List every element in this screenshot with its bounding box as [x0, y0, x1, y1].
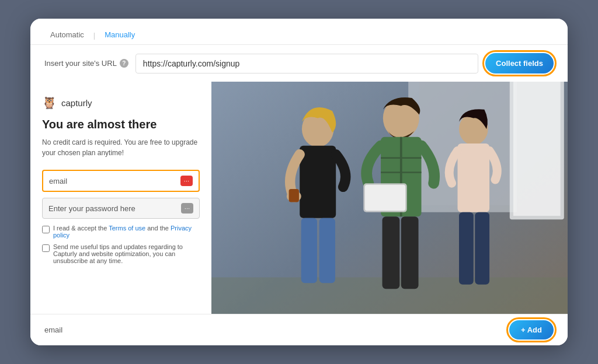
people-illustration: [206, 82, 568, 314]
terms-text: I read & accept the Terms of use and the…: [53, 225, 200, 239]
url-label: Insert your site's URL ?: [44, 59, 128, 68]
tab-divider: |: [93, 31, 95, 40]
bottom-bar: email + Add: [30, 314, 568, 345]
terms-checkbox-row: I read & accept the Terms of use and the…: [42, 225, 200, 239]
photo-area: [206, 82, 568, 314]
tab-automatic[interactable]: Automatic: [42, 26, 92, 45]
info-icon[interactable]: ?: [120, 59, 128, 68]
terms-checkbox[interactable]: [42, 226, 50, 233]
tab-manually[interactable]: Manually: [96, 26, 143, 45]
url-input[interactable]: [135, 54, 478, 74]
email-field-text: email: [49, 177, 176, 186]
newsletter-checkbox[interactable]: [42, 244, 50, 252]
signup-panel: 🦉 capturly You are almost there No credi…: [30, 82, 211, 314]
email-field-selected[interactable]: email ···: [42, 170, 200, 192]
add-button[interactable]: + Add: [509, 320, 554, 340]
signup-subtext: No credit card is required. You are free…: [42, 137, 200, 158]
url-row: Insert your site's URL ? Collect fields: [30, 45, 568, 82]
field-name-label: email: [44, 326, 62, 334]
password-field-text: Enter your password here: [48, 204, 176, 213]
svg-rect-18: [401, 216, 419, 289]
terms-of-use-link[interactable]: Terms of use: [109, 225, 147, 232]
svg-rect-8: [301, 218, 317, 284]
svg-rect-7: [289, 189, 299, 202]
signup-heading: You are almost there: [42, 118, 200, 131]
password-field-options-button[interactable]: ···: [181, 203, 193, 214]
svg-rect-22: [475, 212, 489, 285]
preview-area: 🦉 capturly You are almost there No credi…: [30, 82, 568, 314]
svg-rect-24: [513, 82, 561, 216]
capturly-logo-text: capturly: [61, 98, 92, 108]
tabs-row: Automatic | Manually: [30, 19, 568, 45]
email-field-options-button[interactable]: ···: [180, 176, 193, 186]
svg-rect-21: [459, 212, 474, 285]
newsletter-text: Send me useful tips and updates regardin…: [53, 243, 200, 264]
capturly-logo: 🦉 capturly: [42, 96, 200, 110]
svg-rect-5: [300, 146, 336, 218]
collect-fields-button[interactable]: Collect fields: [485, 53, 554, 74]
capturly-logo-icon: 🦉: [42, 96, 57, 110]
svg-rect-16: [365, 185, 405, 211]
svg-rect-20: [458, 144, 490, 212]
main-card: Automatic | Manually Insert your site's …: [30, 19, 568, 345]
svg-rect-9: [319, 218, 335, 284]
password-field[interactable]: Enter your password here ···: [42, 198, 200, 219]
password-field-container: Enter your password here ···: [42, 198, 200, 219]
svg-rect-17: [383, 216, 400, 289]
newsletter-checkbox-row: Send me useful tips and updates regardin…: [42, 243, 200, 264]
email-field-container: email ···: [42, 170, 200, 192]
